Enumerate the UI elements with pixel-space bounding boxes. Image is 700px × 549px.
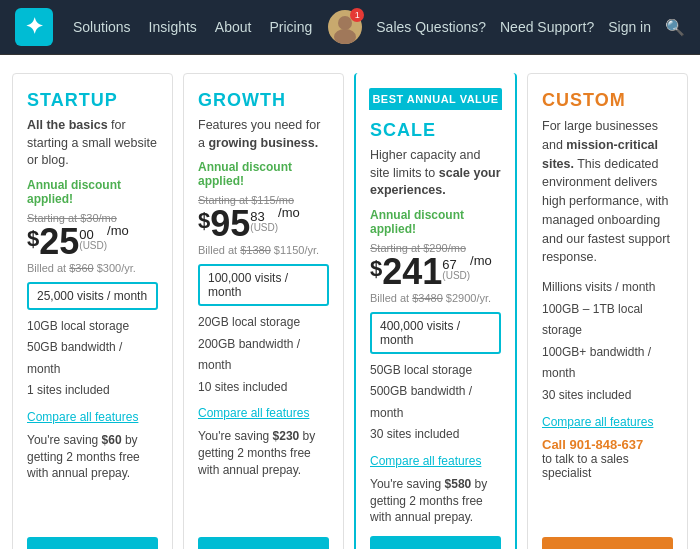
logo[interactable]: ✦ (15, 8, 53, 46)
growth-billed: Billed at $1380 $1150/yr. (198, 244, 329, 256)
custom-compare[interactable]: Compare all features (542, 415, 673, 429)
nav-insights[interactable]: Insights (149, 19, 197, 35)
growth-price-block: Starting at $115/mo $ 95 83 (USD) /mo Bi… (198, 194, 329, 256)
growth-dollar: $ (198, 210, 210, 232)
scale-mo: /mo (470, 254, 492, 267)
nav-solutions[interactable]: Solutions (73, 19, 131, 35)
growth-desc: Features you need for a growing business… (198, 117, 329, 152)
plan-startup: STARTUP All the basics for starting a sm… (12, 73, 173, 549)
plan-scale: BEST ANNUAL VALUE SCALE Higher capacity … (354, 73, 517, 549)
growth-amount: 95 (210, 206, 250, 242)
logo-icon: ✦ (25, 14, 43, 40)
navbar: ✦ Solutions Insights About Pricing 1 Sal… (0, 0, 700, 55)
scale-cents-label: 67 (USD) (442, 254, 470, 281)
scale-usd: (USD) (442, 271, 470, 281)
nav-sales[interactable]: Sales Questions? (376, 19, 486, 35)
startup-saving: You're saving $60 by getting 2 months fr… (27, 432, 158, 482)
startup-price-main: $ 25 00 (USD) /mo (27, 224, 158, 260)
startup-amount: 25 (39, 224, 79, 260)
growth-cta[interactable]: GET STARTED (198, 537, 329, 549)
startup-discount: Annual discount applied! (27, 178, 158, 206)
pricing-section: STARTUP All the basics for starting a sm… (0, 55, 700, 549)
startup-price-block: Starting at $30/mo $ 25 00 (USD) /mo Bil… (27, 212, 158, 274)
scale-saving: You're saving $580 by getting 2 months f… (370, 476, 501, 526)
scale-visits: 400,000 visits / month (370, 312, 501, 354)
scale-billed: Billed at $3480 $2900/yr. (370, 292, 501, 304)
plan-growth: GROWTH Features you need for a growing b… (183, 73, 344, 549)
growth-mo: /mo (278, 206, 300, 219)
scale-compare[interactable]: Compare all features (370, 454, 501, 468)
growth-visits: 100,000 visits / month (198, 264, 329, 306)
growth-saving: You're saving $230 by getting 2 months f… (198, 428, 329, 478)
nav-signin[interactable]: Sign in (608, 19, 651, 35)
nav-right: 1 Sales Questions? Need Support? Sign in… (328, 10, 685, 44)
scale-name: SCALE (370, 120, 501, 141)
startup-dollar: $ (27, 228, 39, 250)
growth-price-main: $ 95 83 (USD) /mo (198, 206, 329, 242)
custom-desc: For large businesses and mission-critica… (542, 117, 673, 267)
scale-discount: Annual discount applied! (370, 208, 501, 236)
scale-cta[interactable]: GET STARTED (370, 536, 501, 549)
growth-cents-label: 83 (USD) (250, 206, 278, 233)
custom-features: Millions visits / month100GB – 1TB local… (542, 277, 673, 407)
growth-features: 20GB local storage200GB bandwidth / mont… (198, 312, 329, 398)
scale-price-block: Starting at $290/mo $ 241 67 (USD) /mo B… (370, 242, 501, 304)
startup-compare[interactable]: Compare all features (27, 410, 158, 424)
custom-cta[interactable]: GET IN TOUCH (542, 537, 673, 549)
growth-name: GROWTH (198, 90, 329, 111)
growth-usd: (USD) (250, 223, 278, 233)
startup-usd: (USD) (79, 241, 107, 251)
startup-desc: All the basics for starting a small webs… (27, 117, 158, 170)
nav-about[interactable]: About (215, 19, 252, 35)
plan-custom: CUSTOM For large businesses and mission-… (527, 73, 688, 549)
custom-name: CUSTOM (542, 90, 673, 111)
startup-cta[interactable]: GET STARTED (27, 537, 158, 549)
startup-cents: 00 (79, 228, 107, 241)
notification-badge: 1 (350, 8, 364, 22)
svg-point-1 (334, 29, 356, 44)
growth-discount: Annual discount applied! (198, 160, 329, 188)
nav-support[interactable]: Need Support? (500, 19, 594, 35)
avatar-wrap[interactable]: 1 (328, 10, 362, 44)
search-icon[interactable]: 🔍 (665, 18, 685, 37)
startup-name: STARTUP (27, 90, 158, 111)
startup-billed: Billed at $360 $300/yr. (27, 262, 158, 274)
nav-links: Solutions Insights About Pricing (73, 19, 328, 35)
best-value-banner: BEST ANNUAL VALUE (369, 88, 502, 110)
scale-price-main: $ 241 67 (USD) /mo (370, 254, 501, 290)
startup-cents-label: 00 (USD) (79, 224, 107, 251)
scale-features: 50GB local storage500GB bandwidth / mont… (370, 360, 501, 446)
scale-dollar: $ (370, 258, 382, 280)
startup-features: 10GB local storage50GB bandwidth / month… (27, 316, 158, 402)
scale-cents: 67 (442, 258, 470, 271)
custom-talk: to talk to a sales specialist (542, 452, 673, 480)
nav-pricing[interactable]: Pricing (269, 19, 312, 35)
custom-call[interactable]: Call 901-848-637 (542, 437, 673, 452)
startup-mo: /mo (107, 224, 129, 237)
startup-visits: 25,000 visits / month (27, 282, 158, 310)
growth-compare[interactable]: Compare all features (198, 406, 329, 420)
scale-desc: Higher capacity and site limits to scale… (370, 147, 501, 200)
scale-amount: 241 (382, 254, 442, 290)
